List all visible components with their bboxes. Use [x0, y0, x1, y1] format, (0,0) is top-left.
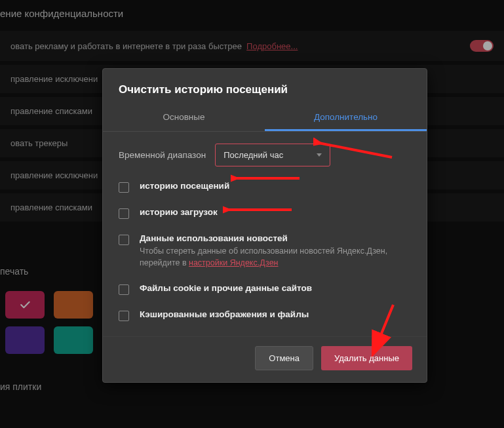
option-cookies[interactable]: Файлы cookie и прочие данные сайтов	[119, 283, 411, 295]
time-range-dropdown[interactable]: Последний час	[215, 144, 330, 166]
cancel-button[interactable]: Отмена	[255, 346, 313, 370]
dialog-footer: Отмена Удалить данные	[103, 336, 427, 382]
dialog-tabs: Основные Дополнительно	[103, 106, 427, 132]
option-label: историю посещений	[140, 181, 411, 191]
option-description: Чтобы стереть данные об использовании но…	[140, 246, 411, 269]
time-range-label: Временной диапазон	[119, 150, 206, 160]
checkbox[interactable]	[119, 311, 129, 321]
option-label: Кэшированные изображения и файлы	[140, 309, 411, 319]
tab-basic[interactable]: Основные	[103, 106, 265, 131]
tab-advanced[interactable]: Дополнительно	[265, 106, 427, 131]
time-range-row: Временной диапазон Последний час	[119, 144, 411, 166]
checkbox[interactable]	[119, 284, 129, 295]
option-label: историю загрузок	[140, 207, 411, 217]
time-range-value: Последний час	[223, 150, 283, 160]
clear-history-dialog: Очистить историю посещений Основные Допо…	[102, 68, 427, 383]
option-cached-images[interactable]: Кэшированные изображения и файлы	[119, 309, 411, 321]
checkbox[interactable]	[119, 235, 129, 245]
option-label: Данные использования новостей	[140, 233, 411, 243]
delete-data-button[interactable]: Удалить данные	[321, 346, 412, 370]
option-download-history[interactable]: историю загрузок	[119, 207, 411, 219]
option-label: Файлы cookie и прочие данные сайтов	[140, 283, 411, 293]
chevron-down-icon	[317, 153, 322, 157]
option-browsing-history[interactable]: историю посещений	[119, 181, 411, 193]
dialog-title: Очистить историю посещений	[103, 69, 427, 106]
checkbox[interactable]	[119, 208, 129, 219]
zen-settings-link[interactable]: настройки Яндекс.Дзен	[189, 258, 278, 267]
checkbox[interactable]	[119, 182, 129, 193]
option-news-usage[interactable]: Данные использования новостей Чтобы стер…	[119, 233, 411, 269]
dialog-body: Временной диапазон Последний час историю…	[103, 132, 427, 336]
